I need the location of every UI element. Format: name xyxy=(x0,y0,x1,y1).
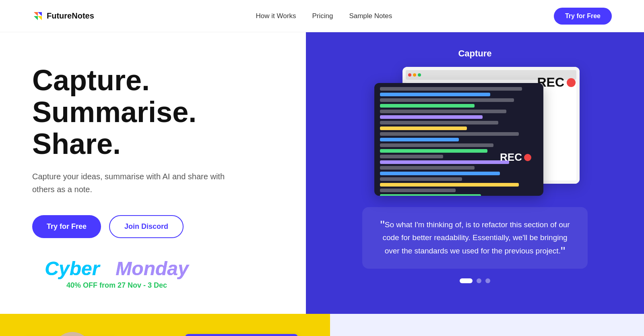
svg-marker-0 xyxy=(34,12,38,16)
code-editor xyxy=(374,83,543,196)
hero-left: Capture. Summarise. Share. Capture your … xyxy=(0,32,306,314)
promo-discount: 40% OFF from 27 Nov - 3 Dec xyxy=(32,281,201,290)
rec-text-medium: REC xyxy=(500,151,522,164)
nav-cta-button[interactable]: Try for Free xyxy=(554,8,612,25)
nav-sample-notes[interactable]: Sample Notes xyxy=(349,12,392,20)
svg-marker-3 xyxy=(38,16,42,20)
bottom-mockup-2 xyxy=(185,334,298,336)
logo-icon xyxy=(32,10,43,22)
hero-section: Capture. Summarise. Share. Capture your … xyxy=(0,32,644,314)
join-discord-button[interactable]: Join Discord xyxy=(109,215,184,238)
close-quote: " xyxy=(561,244,565,259)
screenshot-front: REC xyxy=(374,83,543,196)
bottom-yellow: Title Lorem Ipsum xyxy=(0,314,330,336)
navbar: FutureNotes How it Works Pricing Sample … xyxy=(0,0,644,32)
quote-content: So what I'm thinking of, is to refactor … xyxy=(382,220,570,255)
rec-dot-medium xyxy=(524,154,531,161)
quote-text: "So what I'm thinking of, is to refactor… xyxy=(377,218,573,257)
nav-pricing[interactable]: Pricing xyxy=(312,12,333,20)
screenshot-stack: REC xyxy=(378,67,572,196)
dot-3[interactable] xyxy=(485,278,490,283)
hero-headline-line1: Capture. Summarise. xyxy=(32,64,196,128)
nav-how-it-works[interactable]: How it Works xyxy=(256,12,296,20)
hero-right: Capture xyxy=(306,32,644,314)
promo-block: Cyber Monday 40% OFF from 27 Nov - 3 Dec xyxy=(32,257,201,290)
logo-text: FutureNotes xyxy=(47,11,94,21)
promo-title: Cyber Monday xyxy=(32,257,201,280)
open-quote: " xyxy=(380,218,384,232)
hero-subtext: Capture your ideas, summarise with AI an… xyxy=(32,170,225,196)
svg-marker-2 xyxy=(34,16,38,20)
bottom-section: Title Lorem Ipsum xyxy=(0,314,644,336)
dot-2[interactable] xyxy=(477,278,481,283)
promo-cyber: Cyber xyxy=(45,258,99,279)
try-for-free-button[interactable]: Try for Free xyxy=(32,215,101,238)
rec-badge-medium: REC xyxy=(500,151,531,164)
nav-links: How it Works Pricing Sample Notes xyxy=(256,12,392,20)
rec-dot-large xyxy=(567,78,576,87)
svg-marker-1 xyxy=(38,12,42,16)
promo-monday: Monday xyxy=(116,258,188,279)
person-avatar xyxy=(48,332,97,336)
hero-headline: Capture. Summarise. Share. xyxy=(32,64,274,160)
logo[interactable]: FutureNotes xyxy=(32,10,94,22)
quote-block: "So what I'm thinking of, is to refactor… xyxy=(362,207,588,269)
dot-indicators xyxy=(460,278,490,283)
bm2-toolbar xyxy=(185,334,298,336)
bottom-screenshot-container: Title Lorem Ipsum xyxy=(24,330,298,336)
hero-headline-line2: Share. xyxy=(32,128,121,160)
capture-label: Capture xyxy=(458,48,491,59)
bottom-light xyxy=(330,314,644,336)
hero-buttons: Try for Free Join Discord xyxy=(32,215,274,238)
dot-1[interactable] xyxy=(460,278,473,283)
